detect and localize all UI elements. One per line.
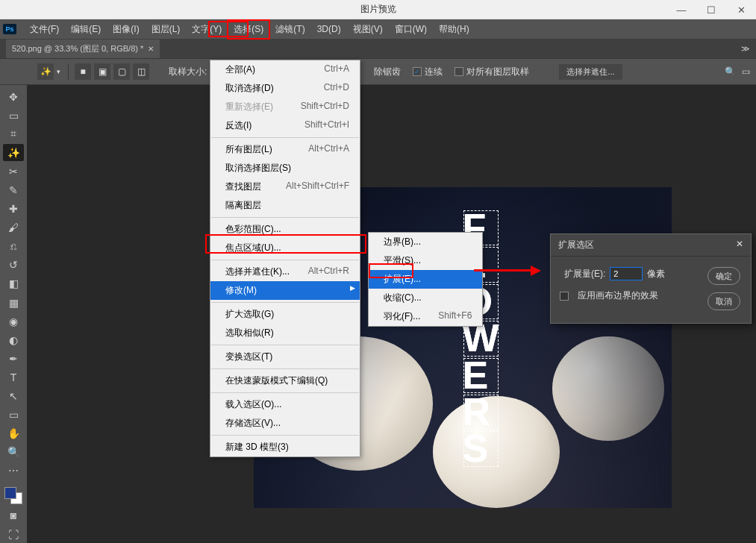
menu-item[interactable]: 变换选区(T)	[210, 348, 360, 366]
path-tool[interactable]: ↖	[3, 388, 24, 405]
gradient-tool[interactable]: ▦	[3, 294, 24, 311]
maximize-button[interactable]: ☐	[696, 0, 726, 19]
lasso-tool[interactable]: ⌗	[3, 125, 24, 142]
crop-tool[interactable]: ✂	[3, 163, 24, 180]
select-and-mask-button[interactable]: 选择并遮住...	[559, 64, 622, 80]
menu-item[interactable]: 所有图层(L)Alt+Ctrl+A	[210, 140, 360, 159]
quickmask-toggle[interactable]: ◙	[3, 507, 24, 524]
outer-titlebar: 图片预览 — ☐ ✕	[0, 0, 756, 19]
more-tools[interactable]: ⋯	[3, 462, 24, 480]
type-tool[interactable]: T	[3, 368, 24, 386]
menu-item[interactable]: 选择并遮住(K)...Alt+Ctrl+R	[210, 263, 360, 281]
workspace-icon[interactable]: ▭	[742, 66, 750, 77]
zoom-tool[interactable]: 🔍	[3, 444, 24, 461]
menu-window[interactable]: 窗口(W)	[389, 20, 433, 39]
expand-amount-label: 扩展量(E):	[564, 268, 605, 280]
expand-selection-dialog: 扩展选区 ✕ 扩展量(E): 像素 应用画布边界的效果 确定 取消	[550, 233, 752, 324]
minimize-button[interactable]: —	[666, 0, 696, 19]
dodge-tool[interactable]: ◐	[3, 331, 24, 348]
chevron-down-icon[interactable]: ▾	[57, 68, 60, 75]
menu-item[interactable]: 在快速蒙版模式下编辑(Q)	[210, 371, 360, 390]
shape-tool[interactable]: ▭	[3, 407, 24, 424]
screenmode-toggle[interactable]: ⛶	[3, 526, 24, 543]
eyedropper-tool[interactable]: ✎	[3, 181, 24, 198]
annotation-arrow	[474, 266, 541, 276]
menu-file[interactable]: 文件(F)	[24, 20, 65, 39]
selection-intersect-icon[interactable]: ◫	[133, 63, 149, 80]
options-bar: ✨ ▾ ■ ▣ ▢ ◫ 取样大小: 取 除锯齿 连续 对所有图层取样 选择并遮住…	[0, 58, 756, 85]
brush-tool[interactable]: 🖌	[3, 219, 24, 236]
menu-item[interactable]: 查找图层Alt+Shift+Ctrl+F	[210, 178, 360, 196]
hand-tool[interactable]: ✋	[3, 425, 24, 442]
dialog-close-icon[interactable]: ✕	[736, 239, 743, 251]
history-brush-tool[interactable]: ↺	[3, 257, 24, 274]
menu-item[interactable]: 选取相似(R)	[210, 324, 360, 342]
all-layers-checkbox[interactable]	[454, 67, 463, 76]
menu-type[interactable]: 文字(Y)	[186, 20, 228, 39]
apply-canvas-label: 应用画布边界的效果	[578, 289, 658, 302]
color-swatches[interactable]	[3, 486, 24, 506]
menu-item[interactable]: 全部(A)Ctrl+A	[210, 60, 360, 79]
ps-logo-icon: Ps	[3, 24, 16, 34]
menubar: Ps 文件(F) 编辑(E) 图像(I) 图层(L) 文字(Y) 选择(S) 滤…	[0, 19, 756, 39]
marquee-tool[interactable]: ▭	[3, 107, 24, 124]
menu-item[interactable]: 修改(M)▶	[210, 281, 360, 300]
expand-amount-input[interactable]	[610, 267, 643, 280]
tabs-overflow-icon[interactable]: ≫	[735, 44, 756, 54]
move-tool[interactable]: ✥	[3, 88, 24, 105]
search-icon[interactable]: 🔍	[725, 66, 736, 77]
sample-size-label: 取样大小:	[169, 66, 207, 78]
window-title: 图片预览	[360, 3, 396, 16]
document-tab[interactable]: 520.png @ 33.3% (图层 0, RGB/8) * ✕	[6, 40, 160, 58]
contiguous-checkbox[interactable]	[413, 67, 422, 76]
menu-item[interactable]: 色彩范围(C)...	[210, 220, 360, 239]
dialog-title: 扩展选区	[558, 239, 594, 251]
menu-view[interactable]: 视图(V)	[347, 20, 389, 39]
antialias-label: 除锯齿	[374, 66, 401, 78]
tools-panel: ✥ ▭ ⌗ ✨ ✂ ✎ ✚ 🖌 ⎌ ↺ ◧ ▦ ◉ ◐ ✒ T ↖ ▭ ✋ 🔍 …	[0, 85, 27, 543]
document-tabs: 520.png @ 33.3% (图层 0, RGB/8) * ✕ ≫	[0, 39, 756, 58]
all-layers-label: 对所有图层取样	[466, 66, 529, 78]
submenu-item[interactable]: 收缩(C)...	[369, 289, 482, 307]
menu-layer[interactable]: 图层(L)	[146, 20, 187, 39]
contiguous-label: 连续	[425, 66, 443, 78]
menu-3d[interactable]: 3D(D)	[311, 21, 347, 37]
close-tab-icon[interactable]: ✕	[148, 45, 154, 53]
menu-image[interactable]: 图像(I)	[107, 20, 145, 39]
pen-tool[interactable]: ✒	[3, 350, 24, 367]
cancel-button[interactable]: 取消	[707, 292, 740, 310]
selection-new-icon[interactable]: ■	[75, 63, 91, 80]
menu-item[interactable]: 取消选择(D)Ctrl+D	[210, 79, 360, 98]
ok-button[interactable]: 确定	[707, 267, 740, 285]
menu-item[interactable]: 载入选区(O)...	[210, 395, 360, 414]
stamp-tool[interactable]: ⎌	[3, 238, 24, 255]
menu-item[interactable]: 存储选区(V)...	[210, 414, 360, 433]
menu-item[interactable]: 焦点区域(U)...	[210, 239, 360, 257]
unit-label: 像素	[647, 268, 665, 280]
menu-item[interactable]: 扩大选取(G)	[210, 305, 360, 324]
selection-add-icon[interactable]: ▣	[94, 63, 110, 80]
selection-subtract-icon[interactable]: ▢	[113, 63, 130, 80]
menu-edit[interactable]: 编辑(E)	[65, 20, 107, 39]
submenu-item[interactable]: 羽化(F)...Shift+F6	[369, 307, 482, 326]
menu-help[interactable]: 帮助(H)	[433, 20, 475, 39]
magic-wand-tool[interactable]: ✨	[3, 144, 24, 161]
document-tab-label: 520.png @ 33.3% (图层 0, RGB/8) *	[12, 43, 143, 54]
menu-item[interactable]: 取消选择图层(S)	[210, 159, 360, 178]
submenu-item[interactable]: 平滑(S)...	[369, 251, 482, 270]
menu-filter[interactable]: 滤镜(T)	[269, 20, 310, 39]
eraser-tool[interactable]: ◧	[3, 275, 24, 292]
menu-item[interactable]: 重新选择(E)Shift+Ctrl+D	[210, 98, 360, 116]
close-button[interactable]: ✕	[726, 0, 756, 19]
submenu-item[interactable]: 扩展(E)...	[369, 270, 482, 289]
healing-tool[interactable]: ✚	[3, 201, 24, 218]
menu-item[interactable]: 反选(I)Shift+Ctrl+I	[210, 116, 360, 135]
menu-item[interactable]: 隔离图层	[210, 196, 360, 215]
blur-tool[interactable]: ◉	[3, 313, 24, 330]
submenu-item[interactable]: 边界(B)...	[369, 233, 482, 251]
menu-item[interactable]: 新建 3D 模型(3)	[210, 438, 360, 456]
select-menu-dropdown: 全部(A)Ctrl+A取消选择(D)Ctrl+D重新选择(E)Shift+Ctr…	[210, 60, 360, 457]
menu-select[interactable]: 选择(S)	[228, 20, 269, 39]
apply-canvas-checkbox[interactable]	[560, 292, 569, 301]
wand-tool-icon[interactable]: ✨	[37, 63, 54, 80]
